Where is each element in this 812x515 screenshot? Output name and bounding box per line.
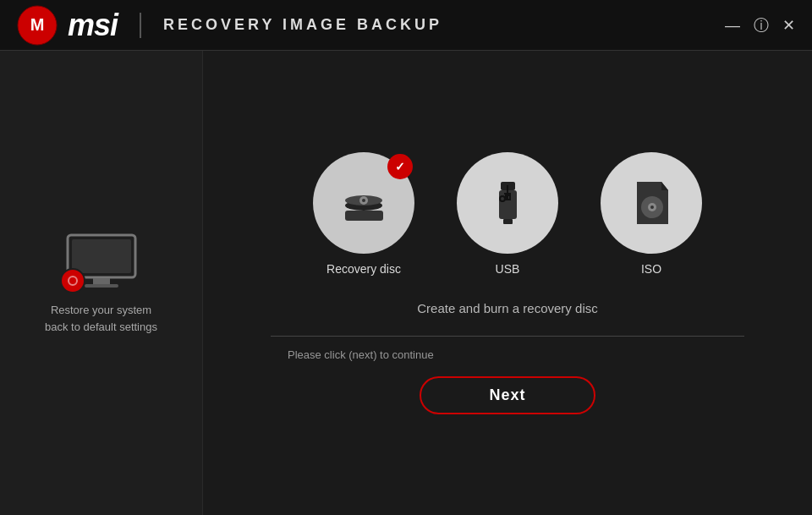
sidebar-icon-container	[63, 231, 140, 290]
title-bar: M msi RECOVERY IMAGE BACKUP — ⓘ ✕	[0, 0, 812, 51]
info-button[interactable]: ⓘ	[754, 18, 769, 33]
svg-rect-3	[72, 239, 131, 273]
svg-rect-6	[345, 211, 383, 221]
description-text: Create and burn a recovery disc	[417, 301, 597, 315]
option-recovery-disc[interactable]: ✓ Recovery disc	[313, 152, 414, 276]
svg-rect-4	[93, 278, 110, 285]
option-iso[interactable]: ISO	[601, 152, 702, 276]
minimize-button[interactable]: —	[725, 18, 740, 33]
msi-dragon-icon: M	[17, 5, 58, 46]
sidebar: Restore your system back to default sett…	[0, 51, 203, 515]
title-separator	[140, 13, 141, 38]
sidebar-label: Restore your system back to default sett…	[45, 302, 157, 335]
option-usb[interactable]: USB	[457, 152, 558, 276]
iso-label: ISO	[641, 262, 661, 276]
logo-area: M msi RECOVERY IMAGE BACKUP	[17, 5, 442, 46]
iso-circle[interactable]	[601, 152, 702, 254]
disc-icon	[337, 175, 392, 230]
iso-icon	[624, 175, 679, 230]
divider-line	[271, 336, 744, 337]
close-button[interactable]: ✕	[782, 18, 795, 33]
recovery-disc-label: Recovery disc	[326, 262, 401, 276]
recovery-disc-circle[interactable]: ✓	[313, 152, 414, 254]
next-button[interactable]: Next	[420, 376, 595, 414]
msi-logo-text: msi	[68, 10, 118, 41]
selected-check-badge: ✓	[387, 154, 413, 179]
window-controls: — ⓘ ✕	[725, 18, 795, 33]
svg-point-20	[650, 205, 654, 209]
hint-text: Please click (next) to continue	[288, 348, 434, 361]
usb-label: USB	[496, 262, 520, 276]
app-title: RECOVERY IMAGE BACKUP	[163, 16, 442, 34]
svg-point-10	[362, 199, 365, 202]
content-area: ✓ Recovery disc	[203, 51, 812, 515]
sidebar-restore-badge	[60, 268, 85, 293]
svg-rect-5	[85, 284, 118, 288]
options-row: ✓ Recovery disc	[313, 152, 702, 276]
svg-text:M: M	[30, 15, 45, 34]
usb-icon	[480, 175, 535, 230]
usb-circle[interactable]	[457, 152, 558, 254]
main-layout: Restore your system back to default sett…	[0, 51, 812, 515]
sidebar-badge-inner	[68, 276, 78, 286]
svg-rect-17	[503, 219, 513, 224]
